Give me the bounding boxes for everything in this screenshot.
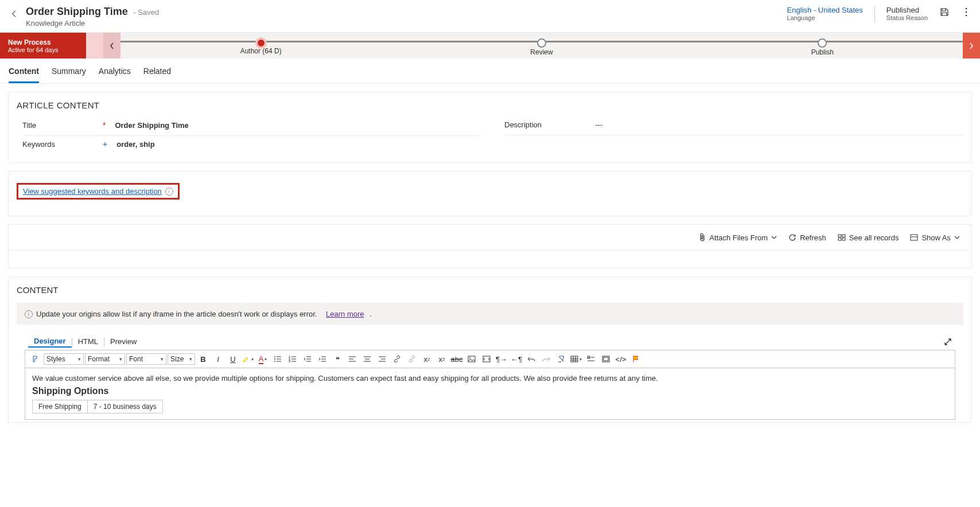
svg-rect-3 bbox=[838, 235, 841, 237]
content-editor-card: CONTENT i Update your origins allow list… bbox=[8, 276, 972, 423]
stage-review[interactable]: Review bbox=[401, 36, 682, 56]
font-select[interactable]: Font▾ bbox=[126, 353, 166, 365]
svg-point-8 bbox=[274, 356, 275, 357]
learn-more-link[interactable]: Learn more bbox=[326, 310, 364, 318]
attach-files-button[interactable]: Attach Files From bbox=[699, 233, 777, 242]
source-icon[interactable]: </> bbox=[614, 353, 628, 365]
unlink-icon[interactable] bbox=[405, 353, 419, 365]
attach-label: Attach Files From bbox=[709, 233, 768, 242]
process-name: New Process bbox=[8, 38, 78, 46]
recommended-icon: + bbox=[103, 139, 107, 149]
underline-icon[interactable]: U bbox=[226, 353, 240, 365]
bold-icon[interactable]: B bbox=[196, 353, 210, 365]
show-as-button[interactable]: Show As bbox=[910, 233, 960, 242]
required-icon: * bbox=[103, 120, 106, 130]
description-field[interactable]: Description --- bbox=[504, 117, 963, 135]
title-block: Order Shipping Time - Saved Knowledge Ar… bbox=[26, 6, 159, 28]
svg-point-10 bbox=[274, 361, 275, 362]
rtl-icon[interactable]: ←¶ bbox=[510, 353, 523, 365]
embed-icon[interactable] bbox=[599, 353, 613, 365]
clear-format-icon[interactable] bbox=[554, 353, 568, 365]
table-icon[interactable]: ▾ bbox=[569, 353, 583, 365]
process-sub: Active for 64 days bbox=[8, 46, 78, 53]
iframe-icon[interactable] bbox=[480, 353, 493, 365]
status-field[interactable]: Published Status Reason bbox=[886, 6, 928, 21]
process-prev[interactable] bbox=[103, 33, 120, 58]
align-center-icon[interactable] bbox=[360, 353, 374, 365]
editor-tab-html[interactable]: HTML bbox=[72, 336, 104, 347]
process-next[interactable] bbox=[963, 33, 980, 58]
format-painter-icon[interactable] bbox=[29, 353, 42, 365]
tab-analytics[interactable]: Analytics bbox=[99, 63, 131, 83]
svg-rect-17 bbox=[571, 356, 578, 362]
back-button[interactable] bbox=[9, 8, 20, 20]
title-field[interactable]: Title * Order Shipping Time bbox=[22, 117, 481, 136]
suggest-highlight: View suggested keywords and description … bbox=[17, 183, 180, 200]
rte-content[interactable]: We value customer service above all else… bbox=[25, 368, 955, 419]
description-value: --- bbox=[595, 120, 602, 129]
strikethrough-icon[interactable]: abc bbox=[450, 353, 464, 365]
see-all-label: See all records bbox=[849, 233, 899, 242]
bullet-list-icon[interactable] bbox=[271, 353, 285, 365]
table-cell: Free Shipping bbox=[33, 400, 88, 414]
content-section-title: CONTENT bbox=[17, 285, 963, 295]
highlight-icon[interactable]: ▾ bbox=[241, 353, 255, 365]
svg-rect-14 bbox=[468, 356, 475, 362]
format-select[interactable]: Format▾ bbox=[85, 353, 125, 365]
indent-icon[interactable] bbox=[316, 353, 329, 365]
table-cell: 7 - 10 business days bbox=[87, 400, 162, 414]
stage-author[interactable]: Author (64 D) bbox=[120, 37, 401, 55]
keywords-value: order, ship bbox=[116, 140, 154, 149]
image-icon[interactable] bbox=[465, 353, 479, 365]
svg-point-0 bbox=[966, 8, 967, 10]
expand-icon[interactable] bbox=[944, 338, 952, 346]
chevron-down-icon bbox=[954, 236, 960, 239]
file-toolbar: Attach Files From Refresh See all record… bbox=[9, 225, 971, 251]
styles-select[interactable]: Styles▾ bbox=[44, 353, 84, 365]
process-prev-spacer bbox=[86, 33, 103, 58]
editor-tab-designer[interactable]: Designer bbox=[28, 336, 72, 348]
link-icon[interactable] bbox=[390, 353, 404, 365]
checklist-icon[interactable] bbox=[584, 353, 598, 365]
paperclip-icon bbox=[699, 233, 706, 242]
entity-subtitle: Knowledge Article bbox=[26, 19, 159, 28]
keywords-field[interactable]: Keywords + order, ship bbox=[22, 136, 481, 154]
blockquote-icon[interactable]: ❝ bbox=[330, 353, 344, 365]
editor-tab-preview[interactable]: Preview bbox=[104, 336, 142, 347]
more-icon[interactable] bbox=[961, 7, 971, 17]
redo-icon[interactable] bbox=[539, 353, 553, 365]
subscript-icon[interactable]: x2 bbox=[435, 353, 449, 365]
process-title[interactable]: New Process Active for 64 days bbox=[0, 33, 86, 58]
ltr-icon[interactable]: ¶→ bbox=[495, 353, 508, 365]
undo-icon[interactable] bbox=[524, 353, 538, 365]
save-icon[interactable] bbox=[939, 7, 950, 17]
tab-summary[interactable]: Summary bbox=[52, 63, 86, 83]
refresh-button[interactable]: Refresh bbox=[788, 233, 826, 242]
tab-content[interactable]: Content bbox=[9, 63, 39, 83]
italic-icon[interactable]: I bbox=[211, 353, 225, 365]
see-all-button[interactable]: See all records bbox=[838, 233, 899, 242]
language-field[interactable]: English - United States Language bbox=[787, 6, 863, 21]
layout-icon bbox=[910, 234, 918, 241]
flag-icon[interactable] bbox=[629, 353, 643, 365]
description-label: Description bbox=[504, 120, 585, 129]
align-left-icon[interactable] bbox=[345, 353, 359, 365]
size-select[interactable]: Size▾ bbox=[168, 353, 195, 365]
stage-label: Review bbox=[401, 48, 682, 56]
page-header: Order Shipping Time - Saved Knowledge Ar… bbox=[0, 0, 980, 33]
view-suggested-link[interactable]: View suggested keywords and description bbox=[23, 187, 162, 196]
font-color-icon[interactable]: A▾ bbox=[256, 353, 270, 365]
process-stages: Author (64 D) Review Publish bbox=[120, 33, 963, 58]
outdent-icon[interactable] bbox=[301, 353, 314, 365]
title-label: Title bbox=[22, 121, 103, 130]
title-value: Order Shipping Time bbox=[115, 121, 188, 130]
tab-related[interactable]: Related bbox=[143, 63, 171, 83]
stage-publish[interactable]: Publish bbox=[682, 36, 963, 56]
number-list-icon[interactable]: 123 bbox=[286, 353, 300, 365]
stage-dot-icon bbox=[258, 40, 265, 46]
language-value: English - United States bbox=[787, 6, 863, 14]
superscript-icon[interactable]: x2 bbox=[420, 353, 434, 365]
body-heading: Shipping Options bbox=[32, 386, 948, 396]
align-right-icon[interactable] bbox=[375, 353, 389, 365]
info-icon[interactable]: i bbox=[165, 188, 173, 196]
